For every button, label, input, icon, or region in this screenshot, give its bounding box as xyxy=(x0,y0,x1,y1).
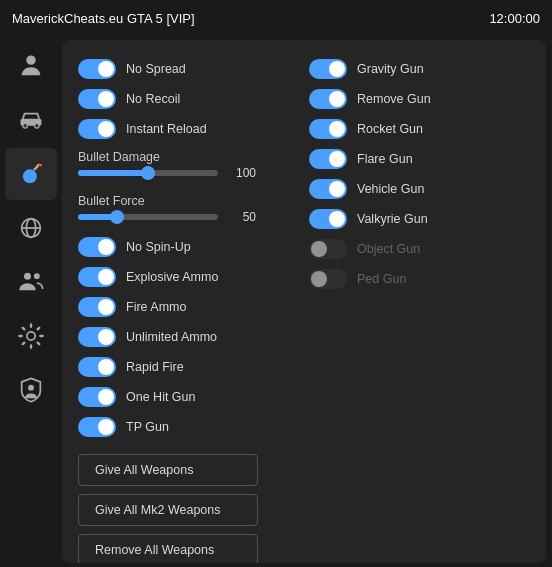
toggle-no-recoil: No Recoil xyxy=(78,84,299,114)
svg-point-4 xyxy=(23,169,37,183)
toggle-fire-ammo: Fire Ammo xyxy=(78,292,299,322)
header-time: 12:00:00 xyxy=(489,11,540,26)
toggle-one-hit-gun: One Hit Gun xyxy=(78,382,299,412)
sidebar-item-world[interactable] xyxy=(5,202,57,254)
globe-icon xyxy=(17,214,45,242)
toggle-vehicle-gun: Vehicle Gun xyxy=(309,174,530,204)
bullet-damage-slider[interactable] xyxy=(78,170,218,176)
toggle-ped-gun: Ped Gun xyxy=(309,264,530,294)
unlimited-ammo-toggle[interactable] xyxy=(78,327,116,347)
gravity-gun-toggle[interactable] xyxy=(309,59,347,79)
svg-point-11 xyxy=(28,385,34,391)
bullet-force-label: Bullet Force xyxy=(78,194,299,208)
sidebar-item-settings[interactable] xyxy=(5,310,57,362)
tp-gun-toggle[interactable] xyxy=(78,417,116,437)
bullet-force-value: 50 xyxy=(226,210,256,224)
toggle-object-gun: Object Gun xyxy=(309,234,530,264)
toggle-gravity-gun: Gravity Gun xyxy=(309,54,530,84)
ped-gun-label: Ped Gun xyxy=(357,272,406,286)
no-recoil-toggle[interactable] xyxy=(78,89,116,109)
svg-point-8 xyxy=(24,273,31,280)
one-hit-gun-toggle[interactable] xyxy=(78,387,116,407)
flare-gun-label: Flare Gun xyxy=(357,152,413,166)
bullet-damage-container: Bullet Damage 100 xyxy=(78,144,299,180)
svg-point-9 xyxy=(34,273,40,279)
svg-point-10 xyxy=(27,332,35,340)
one-hit-gun-label: One Hit Gun xyxy=(126,390,195,404)
left-column: No Spread No Recoil Instant Reload Bulle… xyxy=(78,54,299,442)
object-gun-toggle[interactable] xyxy=(309,239,347,259)
vehicle-gun-toggle[interactable] xyxy=(309,179,347,199)
sidebar xyxy=(0,36,62,567)
toggle-tp-gun: TP Gun xyxy=(78,412,299,442)
object-gun-label: Object Gun xyxy=(357,242,420,256)
no-spread-toggle[interactable] xyxy=(78,59,116,79)
instant-reload-label: Instant Reload xyxy=(126,122,207,136)
sidebar-item-player[interactable] xyxy=(5,40,57,92)
toggle-remove-gun: Remove Gun xyxy=(309,84,530,114)
bullet-damage-slider-wrapper: 100 xyxy=(78,166,299,180)
content-panel: No Spread No Recoil Instant Reload Bulle… xyxy=(62,40,546,563)
rapid-fire-toggle[interactable] xyxy=(78,357,116,377)
fire-ammo-label: Fire Ammo xyxy=(126,300,186,314)
tp-gun-label: TP Gun xyxy=(126,420,169,434)
toggle-no-spinup: No Spin-Up xyxy=(78,232,299,262)
buttons-section: Give All Weapons Give All Mk2 Weapons Re… xyxy=(78,454,530,563)
toggle-valkyrie-gun: Valkyrie Gun xyxy=(309,204,530,234)
main-container: No Spread No Recoil Instant Reload Bulle… xyxy=(0,36,552,567)
ped-gun-toggle[interactable] xyxy=(309,269,347,289)
rocket-gun-label: Rocket Gun xyxy=(357,122,423,136)
flare-gun-toggle[interactable] xyxy=(309,149,347,169)
toggle-rapid-fire: Rapid Fire xyxy=(78,352,299,382)
toggle-explosive-ammo: Explosive Ammo xyxy=(78,262,299,292)
header-title: MaverickCheats.eu GTA 5 [VIP] xyxy=(12,11,195,26)
bullet-damage-label: Bullet Damage xyxy=(78,150,299,164)
group-icon xyxy=(17,268,45,296)
svg-point-0 xyxy=(26,56,35,65)
bullet-force-container: Bullet Force 50 xyxy=(78,188,299,224)
toggle-no-spread: No Spread xyxy=(78,54,299,84)
valkyrie-gun-toggle[interactable] xyxy=(309,209,347,229)
right-column: Gravity Gun Remove Gun Rocket Gun xyxy=(309,54,530,442)
explosive-ammo-toggle[interactable] xyxy=(78,267,116,287)
give-all-mk2-weapons-button[interactable]: Give All Mk2 Weapons xyxy=(78,494,258,526)
instant-reload-toggle[interactable] xyxy=(78,119,116,139)
sidebar-item-weapons[interactable] xyxy=(5,148,57,200)
no-spinup-label: No Spin-Up xyxy=(126,240,191,254)
sidebar-item-protection[interactable] xyxy=(5,364,57,416)
vehicle-gun-label: Vehicle Gun xyxy=(357,182,424,196)
remove-all-weapons-button[interactable]: Remove All Weapons xyxy=(78,534,258,563)
remove-gun-label: Remove Gun xyxy=(357,92,431,106)
gear-icon xyxy=(17,322,45,350)
person-icon xyxy=(17,52,45,80)
sidebar-item-vehicle[interactable] xyxy=(5,94,57,146)
bullet-force-slider[interactable] xyxy=(78,214,218,220)
give-all-weapons-button[interactable]: Give All Weapons xyxy=(78,454,258,486)
shield-user-icon xyxy=(17,376,45,404)
gravity-gun-label: Gravity Gun xyxy=(357,62,424,76)
remove-gun-toggle[interactable] xyxy=(309,89,347,109)
bullet-damage-value: 100 xyxy=(226,166,256,180)
no-spinup-toggle[interactable] xyxy=(78,237,116,257)
header: MaverickCheats.eu GTA 5 [VIP] 12:00:00 xyxy=(0,0,552,36)
car-icon xyxy=(17,106,45,134)
no-spread-label: No Spread xyxy=(126,62,186,76)
rocket-gun-toggle[interactable] xyxy=(309,119,347,139)
toggle-instant-reload: Instant Reload xyxy=(78,114,299,144)
bomb-icon xyxy=(17,160,45,188)
svg-point-3 xyxy=(35,124,40,129)
content-grid: No Spread No Recoil Instant Reload Bulle… xyxy=(78,54,530,563)
unlimited-ammo-label: Unlimited Ammo xyxy=(126,330,217,344)
fire-ammo-toggle[interactable] xyxy=(78,297,116,317)
toggle-flare-gun: Flare Gun xyxy=(309,144,530,174)
toggle-unlimited-ammo: Unlimited Ammo xyxy=(78,322,299,352)
no-recoil-label: No Recoil xyxy=(126,92,180,106)
bullet-force-slider-wrapper: 50 xyxy=(78,210,299,224)
explosive-ammo-label: Explosive Ammo xyxy=(126,270,218,284)
svg-point-2 xyxy=(23,124,28,129)
rapid-fire-label: Rapid Fire xyxy=(126,360,184,374)
valkyrie-gun-label: Valkyrie Gun xyxy=(357,212,428,226)
sidebar-item-players[interactable] xyxy=(5,256,57,308)
toggle-rocket-gun: Rocket Gun xyxy=(309,114,530,144)
